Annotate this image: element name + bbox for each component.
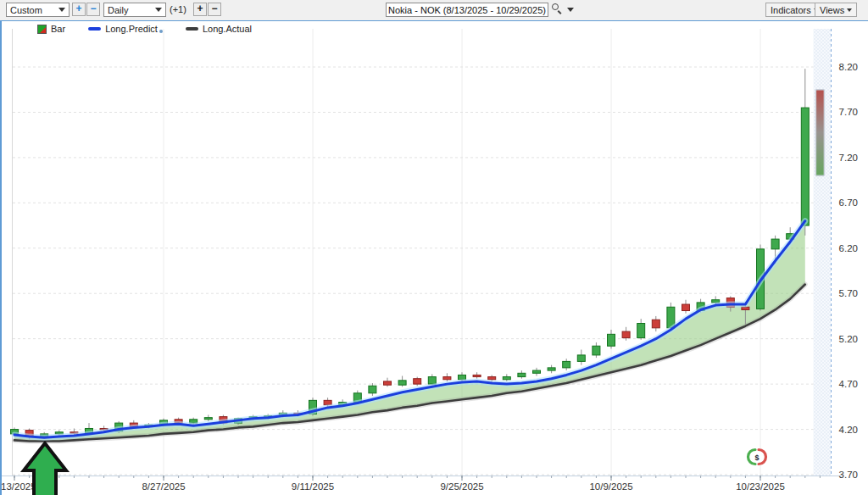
y-axis-label: 5.70 [839, 288, 858, 298]
top-toolbar: Custom + − Daily (+1) + − Nokia - NOK (8… [0, 0, 868, 20]
zoom-out-button[interactable]: − [86, 3, 100, 16]
actual-line-icon [186, 27, 198, 31]
search-icon[interactable] [552, 3, 564, 15]
chart-panel[interactable]: Bar Long.Predict Long.Actual 8/13/20258/… [0, 20, 868, 495]
x-axis-label: 10/23/2025 [736, 481, 785, 492]
y-axis-label: 6.20 [839, 243, 858, 253]
x-axis-label: 8/27/2025 [142, 481, 185, 492]
period-select-value: Daily [108, 5, 128, 15]
y-axis-label: 6.70 [839, 197, 858, 208]
y-axis-label: 7.70 [839, 107, 858, 117]
price-chart[interactable]: 8/13/20258/27/20259/11/20259/25/202510/9… [2, 21, 868, 495]
y-axis-label: 3.70 [839, 470, 858, 480]
chevron-down-icon [58, 8, 65, 12]
legend-item-bar[interactable]: Bar [37, 24, 65, 34]
period-select[interactable]: Daily [103, 3, 166, 17]
search-dropdown-icon[interactable] [567, 8, 574, 12]
y-axis-label: 4.20 [839, 425, 858, 435]
x-axis-label: 8/13/2025 [2, 481, 36, 492]
range-select[interactable]: Custom [6, 3, 70, 17]
legend-item-long-actual[interactable]: Long.Actual [186, 24, 252, 34]
chevron-down-icon [847, 8, 852, 12]
chevron-down-icon [155, 8, 162, 12]
predict-dot-icon [159, 30, 163, 33]
x-axis-label: 9/25/2025 [440, 481, 483, 492]
y-axis-label: 8.20 [839, 62, 858, 72]
legend-item-long-predict[interactable]: Long.Predict [88, 24, 163, 34]
projection-bar [815, 90, 824, 176]
x-axis-label: 10/9/2025 [589, 481, 632, 492]
x-axis-label: 9/11/2025 [292, 481, 334, 492]
svg-text:$: $ [754, 453, 759, 462]
predict-line-icon [88, 27, 101, 31]
range-select-value: Custom [10, 5, 42, 15]
y-axis-label: 4.70 [839, 379, 858, 389]
offset-minus-button[interactable]: − [208, 3, 221, 16]
dollar-event-icon: $ [748, 448, 766, 466]
symbol-search-input[interactable]: Nokia - NOK (8/13/2025 - 10/29/2025) [386, 3, 548, 17]
views-button[interactable]: Views [815, 3, 857, 17]
chart-legend: Bar Long.Predict Long.Actual [37, 24, 269, 34]
zoom-in-button[interactable]: + [72, 3, 86, 16]
bar-swatch-icon [37, 25, 47, 34]
y-axis-label: 7.20 [839, 153, 858, 163]
y-axis-label: 5.20 [839, 334, 858, 344]
offset-plus-button[interactable]: + [193, 3, 207, 16]
offset-label: (+1) [170, 4, 186, 14]
